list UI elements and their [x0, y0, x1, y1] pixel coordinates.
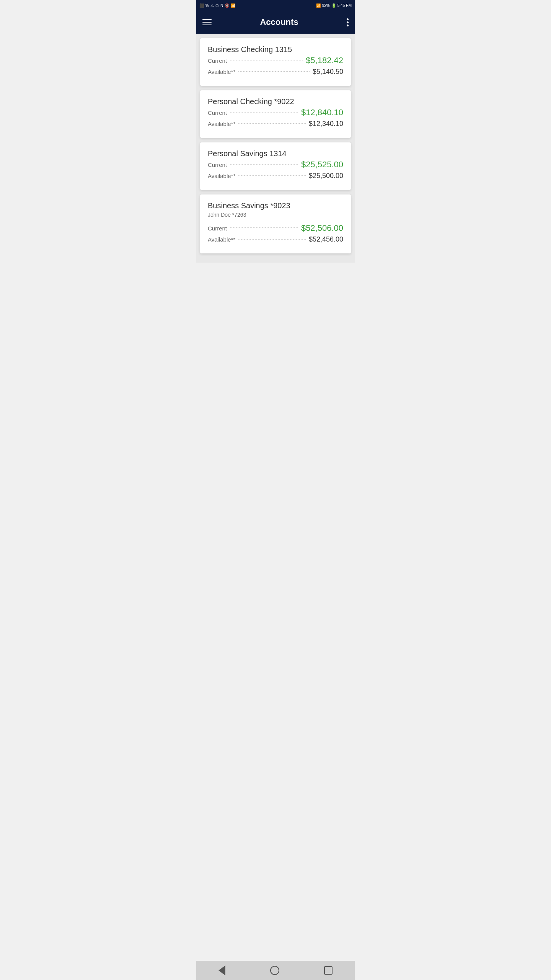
- available-balance-row-3: Available** $52,456.00: [208, 235, 343, 243]
- available-label-2: Available**: [208, 173, 235, 179]
- account-name-0: Business Checking 1315: [208, 45, 343, 54]
- current-label-1: Current: [208, 109, 227, 116]
- percent-icon: %: [205, 3, 209, 8]
- available-amount-0: $5,140.50: [313, 68, 343, 76]
- status-left: ⬛ % ⚠ ⬡ N 🔇 📶: [199, 3, 235, 8]
- available-amount-2: $25,500.00: [309, 172, 343, 180]
- dotted-line-current-0: [230, 60, 303, 60]
- available-label-3: Available**: [208, 236, 235, 243]
- current-label-2: Current: [208, 162, 227, 168]
- available-amount-1: $12,340.10: [309, 120, 343, 128]
- nfc-icon: N: [220, 3, 223, 8]
- dotted-line-available-1: [238, 123, 306, 124]
- account-sublabel-3: John Doe *7263: [208, 212, 343, 218]
- account-card-1[interactable]: Personal Checking *9022 Current $12,840.…: [200, 90, 351, 138]
- mute-icon: 🔇: [225, 3, 229, 8]
- dotted-line-available-3: [238, 239, 306, 240]
- time-display: 5:45 PM: [337, 3, 352, 8]
- hamburger-menu-button[interactable]: [202, 19, 212, 25]
- current-amount-2: $25,525.00: [301, 160, 343, 170]
- status-right: 📶 92% 🔋 5:45 PM: [316, 3, 352, 8]
- notification-icon: ⬛: [199, 3, 204, 8]
- current-amount-1: $12,840.10: [301, 108, 343, 118]
- account-name-1: Personal Checking *9022: [208, 97, 343, 106]
- bluetooth-icon: ⬡: [215, 3, 219, 8]
- account-card-3[interactable]: Business Savings *9023 John Doe *7263 Cu…: [200, 194, 351, 253]
- dotted-line-current-1: [230, 112, 298, 113]
- available-label-0: Available**: [208, 69, 235, 75]
- available-balance-row-1: Available** $12,340.10: [208, 120, 343, 128]
- status-bar: ⬛ % ⚠ ⬡ N 🔇 📶 📶 92% 🔋 5:45 PM: [196, 0, 355, 11]
- hamburger-line-1: [202, 19, 212, 20]
- current-balance-row-3: Current $52,506.00: [208, 223, 343, 233]
- hamburger-line-2: [202, 22, 212, 23]
- accounts-list: Business Checking 1315 Current $5,182.42…: [196, 34, 355, 263]
- available-balance-row-0: Available** $5,140.50: [208, 68, 343, 76]
- available-balance-row-2: Available** $25,500.00: [208, 172, 343, 180]
- alert-icon: ⚠: [210, 3, 214, 8]
- dotted-line-current-2: [230, 164, 298, 165]
- more-dot-1: [347, 18, 349, 20]
- current-balance-row-1: Current $12,840.10: [208, 108, 343, 118]
- account-card-2[interactable]: Personal Savings 1314 Current $25,525.00…: [200, 142, 351, 190]
- more-dot-3: [347, 24, 349, 26]
- signal-icon: 📶: [316, 3, 321, 8]
- account-card-0[interactable]: Business Checking 1315 Current $5,182.42…: [200, 38, 351, 86]
- wifi-icon: 📶: [231, 3, 235, 8]
- hamburger-line-3: [202, 24, 212, 25]
- current-label-0: Current: [208, 57, 227, 64]
- available-label-1: Available**: [208, 121, 235, 127]
- current-balance-row-0: Current $5,182.42: [208, 56, 343, 65]
- page-title: Accounts: [260, 17, 298, 27]
- dotted-line-available-2: [238, 175, 306, 176]
- account-name-2: Personal Savings 1314: [208, 149, 343, 158]
- current-balance-row-2: Current $25,525.00: [208, 160, 343, 170]
- account-name-3: Business Savings *9023: [208, 201, 343, 210]
- current-amount-0: $5,182.42: [306, 56, 343, 65]
- current-amount-3: $52,506.00: [301, 223, 343, 233]
- app-header: Accounts: [196, 11, 355, 34]
- dotted-line-available-0: [238, 71, 310, 72]
- more-options-button[interactable]: [347, 18, 349, 26]
- battery-icon: 🔋: [331, 3, 336, 8]
- more-dot-2: [347, 21, 349, 23]
- available-amount-3: $52,456.00: [309, 235, 343, 243]
- battery-percent: 92%: [322, 3, 330, 8]
- dotted-line-current-3: [230, 227, 298, 228]
- current-label-3: Current: [208, 225, 227, 232]
